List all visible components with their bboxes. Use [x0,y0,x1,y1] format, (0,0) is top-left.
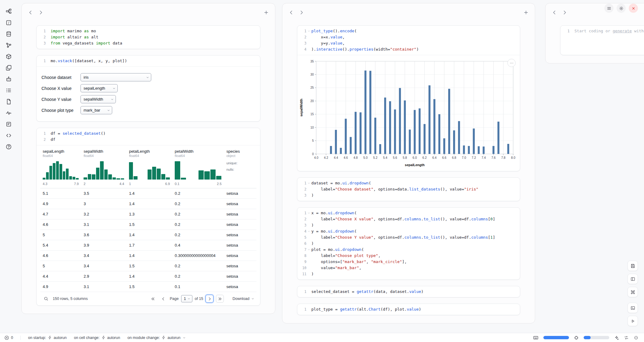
last-page-button[interactable] [216,295,224,303]
svg-text:5.4: 5.4 [383,156,387,159]
power-icon[interactable] [634,335,639,340]
notepad-icon [5,121,12,127]
package-button[interactable] [5,53,12,60]
menu-button[interactable] [604,4,614,13]
copy-button[interactable] [5,64,12,71]
table-cell: 0.2 [172,209,224,219]
table-row: 5.43.91.70.4setosa [40,240,256,251]
code-editor[interactable]: 1Start coding or generate with AI [560,26,644,55]
column-prev-button[interactable] [552,10,557,15]
code-editor[interactable]: 1x = mo.ui.dropdown(2 label="Choose X va… [297,208,520,280]
add-cell-button[interactable] [263,10,269,15]
package-icon [5,53,12,60]
generate-link[interactable]: generate [613,29,632,33]
on-cell-change-chip[interactable]: on cell change: autorun [74,336,120,340]
code-editor[interactable]: 1df = selected_dataset()2df [37,128,260,145]
next-page-button[interactable] [206,295,213,303]
code-editor[interactable]: 1import marimo as mo2import altair as al… [37,26,260,49]
y-value-select[interactable]: sepalWidth [80,95,116,103]
code-editor[interactable]: 1dataset = mo.ui.dropdown(2 label="Choos… [297,178,520,201]
graph-button[interactable] [5,42,12,48]
x-value-select[interactable]: sepalLength [80,84,118,92]
code-editor[interactable]: 1selected_dataset = getattr(data, datase… [297,286,520,297]
chevron-left-icon [552,10,557,15]
database-button[interactable] [5,30,12,37]
column-prev-button[interactable] [28,10,33,15]
activity-button[interactable] [5,109,12,116]
fold-icon [307,212,310,215]
dataset-select[interactable]: iris [80,73,151,81]
fold-icon [307,182,310,185]
line-number: 2 [37,137,46,143]
column-prev-button[interactable] [288,10,294,15]
svg-text:6.8: 6.8 [452,156,456,159]
sparkle-icon[interactable] [614,335,619,340]
svg-text:0: 0 [312,152,314,156]
add-cell-button[interactable] [523,10,529,15]
close-button[interactable] [629,4,638,13]
keyboard-icon[interactable] [533,335,538,340]
hist-min-label: 1 [129,182,131,186]
error-count: 0 [11,336,13,340]
table-cell: 0.2 [172,271,224,282]
dataframe-table: sepalLengthfloat64sepalWidthfloat64petal… [40,146,256,292]
functions-button[interactable]: f [5,19,12,26]
download-button[interactable]: Download [232,297,255,301]
line-number: 6 [297,240,306,247]
chart-menu-button[interactable] [507,59,516,67]
table-row: 4.63.11.50.2setosa [40,219,256,230]
notepad-button[interactable] [5,121,12,127]
table-cell: 0.2 [172,230,224,240]
code-button[interactable] [5,132,12,139]
table-cell: 1.4 [127,271,172,282]
window-controls [604,4,638,13]
line-number: 3 [297,40,306,46]
prev-page-button[interactable] [159,295,167,303]
chevron-right-icon [299,10,304,15]
line-number: 5 [297,234,306,240]
column-next-button[interactable] [38,10,44,15]
code-editor[interactable]: 1mo.vstack([dataset, x, y, plot]) [37,55,260,66]
help-icon [5,144,12,150]
table-cell: 1.5 [127,282,172,292]
table-cell: 0.2 [172,219,224,230]
on-startup-chip[interactable]: on startup: autorun [28,336,66,340]
column-stats: unique:nulls: [227,160,254,173]
on-module-change-chip[interactable]: on module change: autorun [127,336,186,340]
error-count-button[interactable]: 0 [4,335,13,340]
plot-type-select[interactable]: mark_bar [80,106,112,114]
column-left-body: 1import marimo as mo2import altair as al… [22,22,275,314]
terminal-button[interactable] [628,303,638,313]
run-button[interactable] [628,316,638,326]
file-tree-button[interactable] [5,8,12,15]
svg-text:sepalLength: sepalLength [405,163,425,167]
svg-text:7.6: 7.6 [491,156,496,159]
bolt-icon [162,336,166,340]
document-button[interactable] [5,98,12,105]
robot-button[interactable] [5,76,12,82]
save-button[interactable] [628,261,638,271]
table-row: 4.73.21.30.2setosa [40,209,256,219]
code-editor[interactable]: 1plot_type().encode(2 x=x.value,3 y=y.va… [297,26,520,55]
help-button[interactable] [5,143,12,150]
chevron-left-icon [161,297,166,301]
table-cell: setosa [224,251,257,261]
code-editor[interactable]: 1plot_type = getattr(alt.Chart(df), plot… [297,304,520,315]
checklist-button[interactable] [5,87,12,94]
swap-icon[interactable] [624,335,629,340]
svg-text:5.6: 5.6 [393,156,397,159]
table-cell: setosa [224,209,257,219]
column-next-button[interactable] [562,10,567,15]
page-select[interactable]: 1 [181,295,192,302]
layout-button[interactable] [628,274,638,284]
command-button[interactable] [628,287,638,297]
search-button[interactable] [42,295,50,303]
column-next-button[interactable] [299,10,304,15]
hist-min-label: 0.1 [175,182,179,186]
dataframe-cell: 1df = selected_dataset()2dfsepalLengthfl… [36,128,260,306]
column-header: sepalWidthfloat64 [81,146,127,158]
first-page-button[interactable] [149,295,157,303]
column-header: petalWidthfloat64 [172,146,224,158]
gear-button[interactable] [617,4,626,13]
table-row: 4.63.41.40.30000000000000004setosa [40,251,256,261]
